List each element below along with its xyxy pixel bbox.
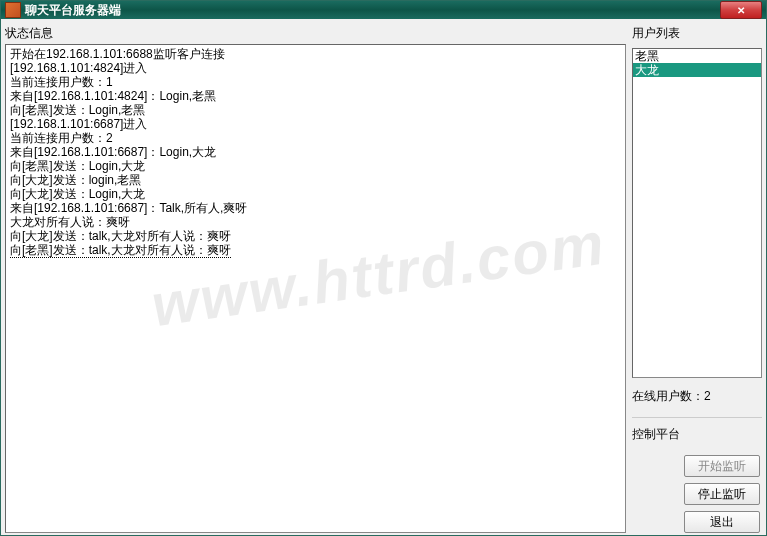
log-line: 向[老黑]发送：Login,老黑 [10, 103, 621, 117]
log-line: 向[大龙]发送：login,老黑 [10, 173, 621, 187]
exit-button[interactable]: 退出 [684, 511, 760, 533]
log-line: 当前连接用户数：2 [10, 131, 621, 145]
user-list[interactable]: 老黑大龙 [632, 48, 762, 378]
button-group: 开始监听 停止监听 退出 [632, 449, 762, 533]
start-listen-button[interactable]: 开始监听 [684, 455, 760, 477]
log-line: [192.168.1.101:4824]进入 [10, 61, 621, 75]
log-line: 向[老黑]发送：Login,大龙 [10, 159, 621, 173]
close-button[interactable]: ✕ [720, 1, 762, 19]
close-icon: ✕ [737, 5, 745, 16]
control-label: 控制平台 [632, 424, 762, 445]
titlebar[interactable]: 聊天平台服务器端 ✕ [1, 1, 766, 19]
userlist-label: 用户列表 [632, 23, 762, 44]
log-line: 来自[192.168.1.101:6687]：Login,大龙 [10, 145, 621, 159]
status-log[interactable]: 开始在192.168.1.101:6688监听客户连接[192.168.1.10… [5, 44, 626, 533]
log-line: 来自[192.168.1.101:4824]：Login,老黑 [10, 89, 621, 103]
log-line: [192.168.1.101:6687]进入 [10, 117, 621, 131]
online-count: 在线用户数：2 [632, 382, 762, 411]
log-line: 大龙对所有人说：爽呀 [10, 215, 621, 229]
main-window: 聊天平台服务器端 ✕ 状态信息 开始在192.168.1.101:6688监听客… [0, 0, 767, 536]
log-line: 向[大龙]发送：talk,大龙对所有人说：爽呀 [10, 229, 621, 243]
stop-listen-button[interactable]: 停止监听 [684, 483, 760, 505]
window-title: 聊天平台服务器端 [25, 2, 720, 19]
online-label: 在线用户数： [632, 389, 704, 403]
divider [632, 417, 762, 418]
log-line: 向[大龙]发送：Login,大龙 [10, 187, 621, 201]
user-item[interactable]: 大龙 [633, 63, 761, 77]
right-panel: 用户列表 老黑大龙 在线用户数：2 控制平台 开始监听 停止监听 退出 [632, 23, 762, 533]
content-area: 状态信息 开始在192.168.1.101:6688监听客户连接[192.168… [1, 19, 766, 536]
left-panel: 状态信息 开始在192.168.1.101:6688监听客户连接[192.168… [5, 23, 626, 533]
log-line: 开始在192.168.1.101:6688监听客户连接 [10, 47, 621, 61]
user-item[interactable]: 老黑 [633, 49, 761, 63]
app-icon [5, 2, 21, 18]
status-label: 状态信息 [5, 23, 626, 44]
log-line: 当前连接用户数：1 [10, 75, 621, 89]
online-number: 2 [704, 389, 711, 403]
log-line: 向[老黑]发送：talk,大龙对所有人说：爽呀 [10, 243, 231, 258]
log-line: 来自[192.168.1.101:6687]：Talk,所有人,爽呀 [10, 201, 621, 215]
